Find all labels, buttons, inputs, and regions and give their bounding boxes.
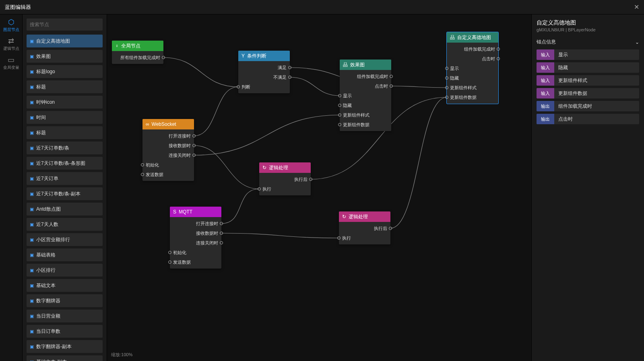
graph-node-mqtt[interactable]: SMQTT打开连接时接收数据时连接关闭时初始化发送数据 [170,207,221,269]
list-item[interactable]: ▣小区营业额排行 [27,233,103,246]
canvas[interactable]: 缩放:100% ♀全局节点所有组件加载完成时Y条件判断满足不满足判断∞WebSo… [107,14,531,361]
list-item[interactable]: ▣数字翻牌器 [27,294,103,307]
anchor-row[interactable]: 输入更新组件数据 [537,88,639,98]
list-item[interactable]: ▣自定义高德地图 [27,35,103,47]
edge[interactable] [290,77,340,96]
port-in[interactable]: 更新组件数据 [340,120,391,129]
port-in[interactable]: 发送数据 [142,170,194,179]
layer-icon: ▣ [30,283,34,288]
tool-2[interactable]: ▭全局变量 [3,56,19,70]
port-in[interactable]: 显示 [447,64,498,73]
graph-node-ws[interactable]: ∞WebSocket打开连接时接收数据时连接关闭时初始化发送数据 [142,119,194,181]
port-dot-icon [497,57,500,60]
edge[interactable] [194,87,238,136]
node-kind-icon: ♀ [115,43,119,49]
port-out[interactable]: 打开连接时 [142,131,194,141]
list-item[interactable]: ▣基础表格 [27,248,103,261]
graph-node-logic2[interactable]: ↻逻辑处理执行后执行 [339,211,390,244]
port-in[interactable]: 隐藏 [340,101,391,110]
port-in[interactable]: 更新组件样式 [447,83,498,92]
selected-node-title: 自定义高德地图 [537,19,639,27]
tool-1[interactable]: ⇄逻辑节点 [3,37,19,51]
port-in[interactable]: 初始化 [170,248,221,257]
edge[interactable] [391,86,447,88]
list-item[interactable]: ▣标题 [27,80,103,93]
edge[interactable] [163,57,238,87]
port-out[interactable]: 接收数据时 [142,141,194,150]
port-in[interactable]: 隐藏 [447,73,498,83]
list-item[interactable]: ▣基础文本 [27,279,103,292]
anchor-row[interactable]: 输入更新组件样式 [537,75,639,86]
port-in[interactable]: 执行 [259,184,311,194]
port-out[interactable]: 执行后 [259,174,311,184]
edge[interactable] [390,97,447,228]
chevron-down-icon: ⌄ [635,39,639,45]
graph-node-global[interactable]: ♀全局节点所有组件加载完成时 [112,41,163,64]
edge[interactable] [221,189,259,224]
anchor-row[interactable]: 输出点击时 [537,114,639,124]
layer-icon: ▣ [30,146,34,151]
list-item[interactable]: ▣时钟icon [27,96,103,109]
tool-0[interactable]: ⬡图层节点 [3,18,19,33]
anchor-row[interactable]: 输出组件加载完成时 [537,101,639,111]
port-out[interactable]: 打开连接时 [170,219,221,228]
port-in[interactable]: 执行 [339,233,390,243]
port-dot-icon [220,232,223,235]
anchors-section-header[interactable]: 锚点信息 ⌄ [537,39,639,45]
edge[interactable] [194,115,340,155]
node-kind-icon: ↻ [342,214,346,219]
anchor-dir-tag: 输入 [537,88,554,98]
anchor-dir-tag: 输入 [537,75,554,86]
graph-node-effect[interactable]: 品效果图组件加载完成时点击时显示隐藏更新组件样式更新组件数据 [340,59,391,131]
list-item[interactable]: ▣当日订单数 [27,325,103,338]
port-dot-icon [337,236,341,240]
list-item[interactable]: ▣数字翻牌器-副本 [27,340,103,353]
port-out[interactable]: 连接关闭时 [170,238,221,248]
list-item[interactable]: ▣近7天订单数/条-条形图 [27,157,103,170]
port-out[interactable]: 组件加载完成时 [447,44,498,54]
list-item[interactable]: ▣当日营业额 [27,310,103,322]
edge[interactable] [221,233,339,238]
list-item[interactable]: ▣近7天订单数/条 [27,142,103,154]
anchor-row[interactable]: 输入隐藏 [537,62,639,73]
port-in[interactable]: 初始化 [142,160,194,170]
port-out[interactable]: 连接关闭时 [142,150,194,160]
port-out[interactable]: 点击时 [340,81,391,91]
list-item[interactable]: ▣近7天订单数/条-副本 [27,187,103,200]
list-item[interactable]: ▣近7天人数 [27,218,103,231]
port-in[interactable]: 更新组件数据 [447,92,498,102]
port-out[interactable]: 满足 [238,63,290,72]
list-item[interactable]: ▣Antd散点图 [27,203,103,215]
port-dot-icon [220,222,223,225]
list-item[interactable]: ▣近7天订单 [27,172,103,185]
list-item[interactable]: ▣基础文本-副本 [27,355,103,361]
port-in[interactable]: 显示 [340,91,391,101]
close-icon[interactable]: ✕ [634,3,639,11]
port-in[interactable]: 发送数据 [170,257,221,267]
port-in[interactable]: 更新组件样式 [340,110,391,120]
port-in[interactable]: 判断 [238,82,290,92]
list-item[interactable]: ▣时间 [27,111,103,124]
layer-icon: ▣ [30,314,34,319]
port-out[interactable]: 不满足 [238,72,290,82]
edge[interactable] [194,146,259,189]
port-out[interactable]: 组件加载完成时 [340,72,391,81]
list-item[interactable]: ▣标题 [27,126,103,139]
port-dot-icon [445,76,448,80]
port-out[interactable]: 所有组件加载完成时 [112,53,163,62]
anchor-dir-tag: 输出 [537,114,554,124]
port-out[interactable]: 点击时 [447,54,498,64]
list-item[interactable]: ▣标题logo [27,65,103,78]
port-out[interactable]: 接收数据时 [170,228,221,238]
port-out[interactable]: 执行后 [339,224,390,233]
search-input[interactable] [27,18,103,31]
list-item[interactable]: ▣效果图 [27,50,103,63]
anchor-row[interactable]: 输入显示 [537,49,639,60]
graph-node-amap[interactable]: 品自定义高德地图组件加载完成时点击时显示隐藏更新组件样式更新组件数据 [447,32,498,104]
graph-node-cond[interactable]: Y条件判断满足不满足判断 [238,51,290,93]
layer-icon: ▣ [30,69,34,74]
port-dot-icon [237,85,240,88]
graph-node-logic1[interactable]: ↻逻辑处理执行后执行 [259,162,311,195]
port-dot-icon [309,178,312,181]
list-item[interactable]: ▣小区排行 [27,264,103,277]
